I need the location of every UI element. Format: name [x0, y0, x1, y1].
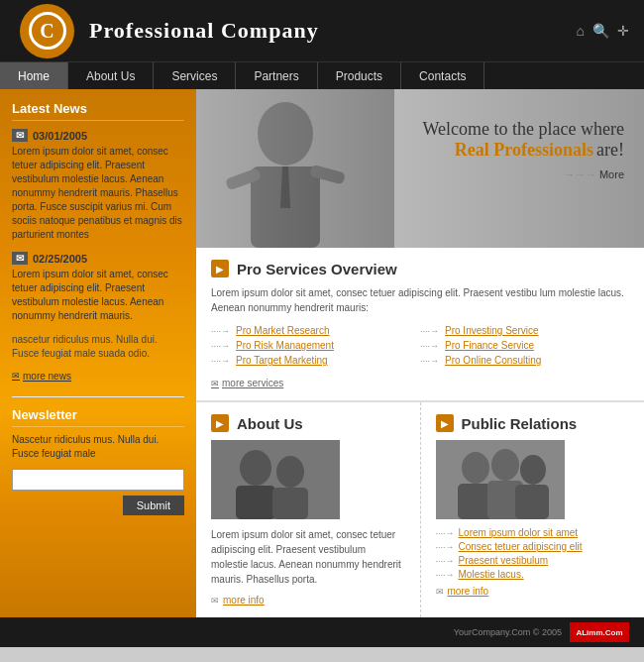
news-item-2: ✉ 02/25/2005 Lorem ipsum dolor sit amet,… — [12, 252, 184, 323]
pr-title: Public Relations — [462, 415, 578, 432]
svg-point-8 — [240, 450, 271, 486]
news-date-icon-1: ✉ — [12, 129, 28, 142]
header: C Professional Company ⌂ 🔍 ✛ — [0, 0, 644, 61]
services-description: Lorem ipsum dolor sit amet, consec tetue… — [211, 285, 629, 315]
watermark: ALimm.Com — [572, 627, 626, 638]
footer-logo: ALimm.Com — [570, 622, 629, 642]
nav-contacts[interactable]: Contacts — [401, 62, 484, 90]
newsletter-title: Newsletter — [12, 407, 184, 427]
more-services: more services — [211, 378, 629, 388]
about-title: About Us — [237, 415, 303, 432]
services-section: ▶ Pro Services Overview Lorem ipsum dolo… — [196, 248, 644, 401]
about-text: Lorem ipsum dolor sit amet, consec tetue… — [211, 527, 405, 587]
nav-partners[interactable]: Partners — [236, 62, 317, 90]
svg-rect-9 — [236, 486, 275, 519]
hero-more-link[interactable]: More — [564, 168, 624, 180]
services-col-left: Pro Market Research Pro Risk Management … — [211, 325, 420, 370]
svg-rect-11 — [272, 488, 308, 519]
main-layout: Latest News ✉ 03/01/2005 Lorem ipsum dol… — [0, 89, 644, 617]
hero-line3: are! — [596, 140, 624, 160]
news-item-1: ✉ 03/01/2005 Lorem ipsum dolor sit amet,… — [12, 129, 184, 242]
hero-text: Welcome to the place where Real Professi… — [423, 119, 624, 180]
footer: YourCompany.Com © 2005 ALimm.Com — [0, 617, 644, 647]
more-services-link[interactable]: more services — [211, 378, 629, 388]
search-icon[interactable]: 🔍 — [592, 23, 609, 39]
svg-rect-18 — [515, 485, 549, 519]
footer-text: YourCompany.Com © 2005 — [454, 627, 562, 637]
service-link-3: Pro Target Marketing — [211, 355, 420, 366]
home-icon[interactable]: ⌂ — [577, 23, 585, 39]
logo-symbol: C — [40, 20, 54, 43]
pr-more: more info — [436, 586, 630, 597]
svg-point-13 — [462, 452, 489, 484]
nav-services[interactable]: Services — [154, 62, 236, 90]
newsletter-input[interactable] — [12, 469, 184, 491]
news-date-icon-2: ✉ — [12, 252, 28, 265]
service-link-1: Pro Market Research — [211, 325, 420, 336]
service-link-5: Pro Finance Service — [420, 340, 629, 351]
news-text-1: Lorem ipsum dolor sit amet, consec tetue… — [12, 145, 184, 242]
svg-rect-6 — [196, 89, 394, 248]
nav-products[interactable]: Products — [318, 62, 401, 90]
service-link-2: Pro Risk Management — [211, 340, 420, 351]
pr-image — [436, 440, 565, 519]
submit-button[interactable]: Submit — [123, 496, 184, 515]
news-date-1: ✉ 03/01/2005 — [12, 129, 184, 142]
about-more-link[interactable]: more info — [223, 595, 265, 606]
nav-home[interactable]: Home — [0, 62, 68, 90]
about-more: more info — [211, 595, 405, 606]
about-icon: ▶ — [211, 414, 229, 432]
newsletter-section: Newsletter Nascetur ridiculus mus. Nulla… — [12, 407, 184, 496]
news-text-2: Lorem ipsum dolor sit amet, consec tetue… — [12, 268, 184, 323]
sidebar: Latest News ✉ 03/01/2005 Lorem ipsum dol… — [0, 89, 196, 617]
services-col-right: Pro Investing Service Pro Finance Servic… — [420, 325, 629, 370]
about-image — [211, 440, 340, 519]
news-date-2: ✉ 02/25/2005 — [12, 252, 184, 265]
hero-highlight: Real Professionals — [455, 140, 593, 160]
pr-more-link[interactable]: more info — [448, 586, 489, 597]
services-icon: ▶ — [211, 260, 229, 277]
hero-section: Welcome to the place where Real Professi… — [196, 89, 644, 248]
pr-link-4: Molestie lacus. — [436, 569, 630, 580]
pr-link-2: Consec tetuer adipiscing elit — [436, 541, 630, 552]
nav: Home About Us Services Partners Products… — [0, 61, 644, 89]
logo: C — [20, 4, 74, 58]
hero-image — [196, 89, 394, 248]
content-area: Welcome to the place where Real Professi… — [196, 89, 644, 617]
news-extra: nascetur ridiculus mus. Nulla dui. Fusce… — [12, 333, 184, 361]
more-news-link[interactable]: more news — [12, 371, 71, 382]
pr-link-1: Lorem ipsum dolor sit amet — [436, 527, 630, 538]
pr-section: ▶ Public Relations — [421, 402, 645, 617]
services-title: Pro Services Overview — [237, 261, 397, 277]
site-title: Professional Company — [89, 18, 319, 44]
newsletter-text: Nascetur ridiculus mus. Nulla dui. Fusce… — [12, 433, 184, 461]
settings-icon[interactable]: ✛ — [617, 23, 629, 39]
nav-about[interactable]: About Us — [68, 62, 154, 90]
hero-line1: Welcome to the place where — [423, 119, 624, 140]
service-link-4: Pro Investing Service — [420, 325, 629, 336]
svg-point-10 — [276, 456, 304, 488]
svg-point-17 — [520, 455, 546, 485]
pr-icon: ▶ — [436, 414, 454, 432]
svg-point-15 — [491, 449, 519, 481]
service-link-6: Pro Online Consulting — [420, 355, 629, 366]
header-icons: ⌂ 🔍 ✛ — [577, 23, 629, 39]
pr-links: Lorem ipsum dolor sit amet Consec tetuer… — [436, 527, 630, 580]
bottom-section: ▶ About Us Lorem ipsum dolor sit amet, c… — [196, 401, 644, 617]
latest-news-title: Latest News — [12, 101, 184, 121]
pr-link-3: Praesent vestibulum — [436, 555, 630, 566]
about-section: ▶ About Us Lorem ipsum dolor sit amet, c… — [196, 402, 421, 617]
services-links: Pro Market Research Pro Risk Management … — [211, 325, 629, 370]
